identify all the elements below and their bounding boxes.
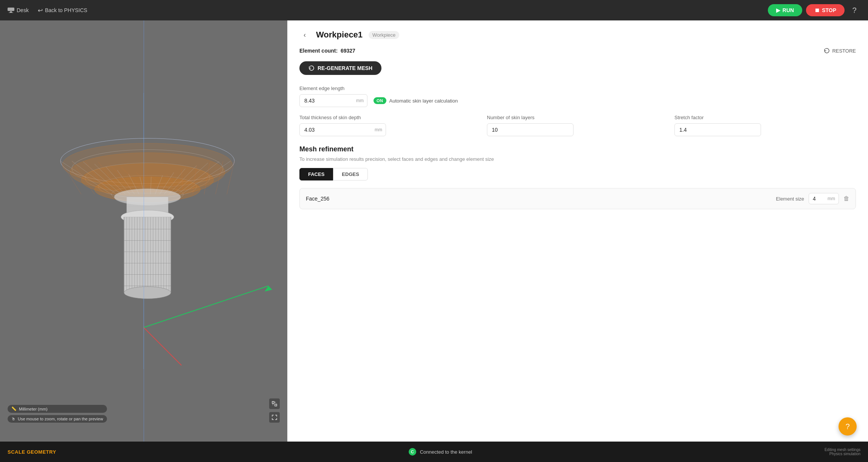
skin-layers-col: Number of skin layers (487, 115, 668, 136)
topnav-left: Desk ↩ Back to PHYSICS (8, 7, 87, 14)
fit-view-button[interactable] (269, 398, 280, 409)
skin-layer-toggle-row: ON Automatic skin layer calculation (374, 97, 458, 104)
mesh-viewport-canvas[interactable] (0, 20, 287, 442)
element-count: Element count: 69327 (299, 48, 355, 54)
svg-rect-79 (272, 401, 274, 403)
skin-toggle-desc: Automatic skin layer calculation (389, 98, 458, 104)
regenerate-mesh-button[interactable]: RE-GENERATE MESH (299, 61, 381, 75)
svg-rect-0 (8, 8, 14, 11)
expand-view-button[interactable] (269, 412, 280, 423)
viewport-controls (269, 398, 280, 423)
edge-length-label: Element edge length (299, 86, 856, 91)
help-fab-button[interactable]: ? (839, 417, 857, 436)
restore-icon (824, 48, 830, 54)
mesh-refinement-title: Mesh refinement (299, 145, 856, 153)
status-indicator: C (409, 448, 416, 456)
stop-button[interactable]: ⏹ STOP (806, 4, 845, 16)
status-text: Connected to the kernel (420, 449, 472, 455)
topnav: Desk ↩ Back to PHYSICS ▶ RUN ⏹ STOP ? (0, 0, 868, 20)
skin-depth-col: Total thickness of skin depth mm (299, 115, 481, 136)
delete-refinement-button[interactable]: 🗑 (843, 195, 849, 202)
main-area: 📏 Millimeter (mm) 🖱 Use mouse to zoom, r… (0, 20, 868, 442)
skin-layers-input[interactable] (487, 123, 574, 136)
skin-depth-label: Total thickness of skin depth (299, 115, 481, 120)
element-count-row: Element count: 69327 RESTORE (299, 48, 856, 54)
stretch-factor-label: Stretch factor (674, 115, 856, 120)
panel-title: Workpiece1 (316, 30, 363, 40)
edge-length-input-wrapper: mm (299, 94, 367, 107)
skin-params-row: Total thickness of skin depth mm Number … (299, 115, 856, 136)
skin-depth-input[interactable] (299, 123, 386, 136)
tab-edges[interactable]: EDGES (333, 168, 368, 180)
mouse-icon: 🖱 (11, 417, 16, 421)
svg-rect-80 (275, 404, 277, 406)
restore-button[interactable]: RESTORE (824, 48, 856, 54)
desk-button[interactable]: Desk (8, 7, 29, 13)
edge-length-unit: mm (356, 98, 364, 103)
skin-layers-input-wrapper (487, 123, 574, 136)
panel-back-button[interactable]: ‹ (299, 30, 310, 40)
element-size-unit: mm (828, 196, 835, 201)
skin-layers-label: Number of skin layers (487, 115, 668, 120)
svg-point-78 (124, 287, 171, 299)
refinement-right: Element size mm 🗑 (776, 193, 849, 204)
edge-length-row: mm ON Automatic skin layer calculation (299, 94, 856, 107)
tab-faces[interactable]: FACES (299, 168, 333, 180)
panel-breadcrumb: Workpiece (369, 31, 399, 39)
back-to-physics-button[interactable]: ↩ Back to PHYSICS (38, 7, 87, 14)
run-button[interactable]: ▶ RUN (768, 4, 802, 16)
stretch-factor-input[interactable] (674, 123, 761, 136)
regenerate-icon (308, 65, 315, 71)
topnav-right: ▶ RUN ⏹ STOP ? (768, 4, 860, 16)
viewport[interactable]: 📏 Millimeter (mm) 🖱 Use mouse to zoom, r… (0, 20, 287, 442)
stop-icon: ⏹ (814, 7, 820, 13)
skin-depth-unit: mm (375, 127, 382, 132)
status-row: C Connected to the kernel (409, 448, 472, 456)
refinement-row: Face_256 Element size mm 🗑 (299, 188, 856, 209)
mesh-refinement-section: Mesh refinement To increase simulation r… (299, 145, 856, 209)
bottom-bar: SCALE GEOMETRY C Connected to the kernel… (0, 442, 868, 462)
refinement-face-name: Face_256 (306, 196, 329, 202)
viewport-bottom-left: 📏 Millimeter (mm) 🖱 Use mouse to zoom, r… (8, 405, 107, 423)
bottom-right-info: Editing mesh settings Physics simulation (825, 448, 860, 456)
arrow-left-icon: ↩ (38, 7, 43, 14)
play-icon: ▶ (776, 7, 780, 13)
stretch-factor-col: Stretch factor (674, 115, 856, 136)
hint-label: 🖱 Use mouse to zoom, rotate or pan the p… (8, 415, 107, 423)
unit-label: 📏 Millimeter (mm) (8, 405, 107, 413)
help-button[interactable]: ? (848, 4, 860, 16)
refinement-tabs: FACES EDGES (299, 168, 856, 180)
svg-rect-2 (9, 12, 13, 13)
panel-header: ‹ Workpiece1 Workpiece (299, 30, 856, 40)
desk-icon (8, 8, 14, 13)
skin-depth-input-wrapper: mm (299, 123, 386, 136)
edge-length-section: Element edge length mm ON Automatic skin… (299, 86, 856, 107)
skin-toggle-pill[interactable]: ON (374, 97, 386, 104)
element-size-input-wrapper: mm (809, 193, 839, 204)
element-size-label: Element size (776, 196, 804, 202)
right-panel: ‹ Workpiece1 Workpiece Element count: 69… (287, 20, 868, 442)
stretch-factor-input-wrapper (674, 123, 761, 136)
ruler-icon: 📏 (11, 406, 17, 411)
mesh-refinement-desc: To increase simulation results precision… (299, 156, 856, 162)
scale-geometry-label: SCALE GEOMETRY (8, 449, 56, 455)
